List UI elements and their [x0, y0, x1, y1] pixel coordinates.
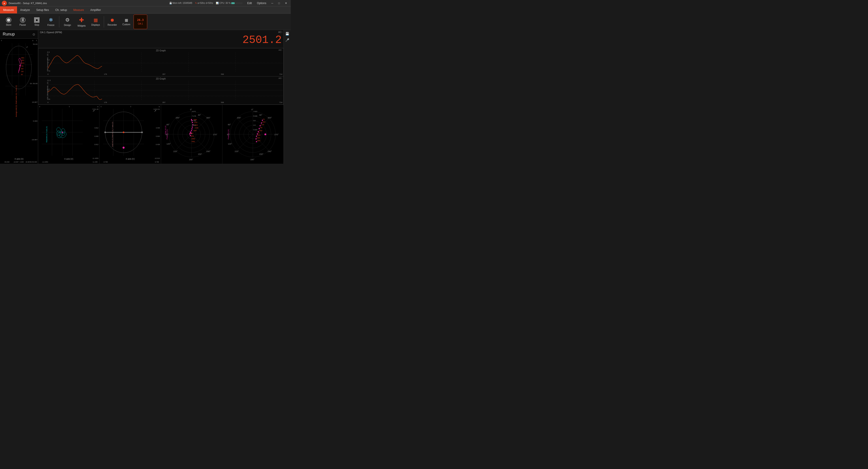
orbit1-x-axis-label: X axis (V) [14, 158, 23, 160]
design-icon: ⚙ [65, 17, 70, 23]
svg-text:210°: 210° [235, 150, 239, 152]
svg-text:180°: 180° [250, 158, 255, 161]
svg-text:210°: 210° [173, 150, 178, 152]
pause-label: Pause [20, 24, 26, 26]
pause-button[interactable]: ⏸ Pause [16, 14, 30, 29]
svg-text:↗: ↗ [26, 46, 28, 49]
orbit1-y-mid1: 33 -50.00 [30, 83, 37, 85]
orbit1-x-mid: -16.667 [13, 161, 19, 163]
sidebar-mic-icon[interactable]: 🎤 [284, 37, 290, 43]
chart2-title: 2D Graph [156, 78, 165, 80]
orbit1-x-right: 33.50.000 [30, 161, 37, 163]
left-panel: Runup ⊙ Y T X Average orbit (V), Shaft c… [0, 30, 38, 164]
options-button[interactable]: Options [255, 1, 268, 5]
mem-info: 💾 Mem left: 15085MB [169, 2, 192, 4]
orbit1-svg: 2501 1597 1053 701 457 226 83 ↗ [4, 43, 37, 95]
freeze-icon: ❄ [49, 17, 53, 23]
orbit1-y-mid3: 0.000 [33, 120, 37, 122]
app-logo: ▲ [2, 1, 7, 6]
menu-amplifier[interactable]: Amplifier [87, 6, 104, 13]
svg-text:701: 701 [21, 65, 24, 67]
svg-text:1.9: 1.9 [253, 124, 255, 126]
svg-text:226: 226 [21, 71, 24, 72]
speed-act-indicator: AC↑ [278, 31, 283, 33]
svg-text:180°: 180° [189, 158, 193, 161]
chart2-svg [48, 81, 282, 100]
svg-text:150°: 150° [198, 153, 202, 155]
orbit3-panel: Y T X Orbit H3 (V) Orbit H2 (V), Y axis … [99, 105, 161, 164]
svg-text:330°: 330° [237, 117, 241, 119]
polar1-y-label: Polar H1 (V) [166, 129, 168, 139]
top-charts: 2D Graph AC↑ OA 1/Average orbit... (V) 3… [38, 48, 283, 77]
stop-button[interactable]: ■ Stop [30, 14, 43, 29]
collapse-button[interactable]: ⊙ [32, 32, 35, 36]
menu-measure-orange[interactable]: Measure [70, 6, 87, 13]
svg-text:1940: 1940 [194, 124, 198, 126]
svg-text:7.623: 7.623 [253, 111, 257, 112]
svg-text:9.571: 9.571 [192, 111, 196, 112]
svg-text:60°: 60° [166, 123, 170, 126]
menu-setup-files[interactable]: Setup files [33, 6, 52, 13]
orbit1-y-mid2: 16.667 [32, 101, 37, 103]
svg-text:2501: 2501 [257, 140, 260, 141]
widgets-button[interactable]: ✚ Widgets [75, 14, 88, 29]
svg-text:2501: 2501 [191, 141, 195, 142]
chart1-act: AC↑ [279, 49, 282, 51]
raworbit-t-corner: T [69, 106, 70, 108]
menu-measure-main[interactable]: Measure [0, 6, 17, 13]
orbit3-y-mid3: -3.438 [155, 144, 160, 145]
raworbit-x-corner: X [97, 106, 98, 108]
stop-label: Stop [34, 24, 39, 26]
svg-text:30°: 30° [259, 114, 262, 116]
widgets-label: Widgets [78, 25, 86, 27]
svg-text:2300: 2300 [257, 134, 260, 136]
chart1-title: 2D Graph [156, 49, 165, 52]
svg-point-124 [265, 134, 266, 135]
maximize-button[interactable]: □ [276, 1, 282, 5]
svg-text:2501: 2501 [21, 57, 25, 59]
orbit3-x-corner: X [159, 106, 160, 108]
pause-icon: ⏸ [20, 17, 26, 23]
menu-analyze[interactable]: Analyze [17, 6, 33, 13]
menu-ch-setup[interactable]: Ch. setup [52, 6, 70, 13]
raworbit-y-bot: -11.4353 [92, 157, 99, 159]
svg-text:2400: 2400 [191, 138, 195, 140]
svg-text:1597: 1597 [21, 60, 25, 61]
minimize-button[interactable]: ─ [270, 1, 275, 5]
polar2-y-label: Polar H1 (V) [227, 129, 229, 139]
svg-text:7.178: 7.178 [192, 115, 196, 117]
window-controls: Edit Options ─ □ ✕ [245, 1, 289, 5]
displays-button[interactable]: ▦ Displays [89, 14, 102, 29]
polar2-panel: 0° 270° 180° 90° 300° 330° 240° 210° 30°… [222, 105, 283, 164]
raworbit-arrow: ↗ [92, 109, 95, 113]
edit-button[interactable]: Edit [245, 1, 254, 5]
oa1-icon: 26.3 [137, 19, 144, 22]
stop-icon: ■ [34, 17, 39, 23]
orbit1-x-center: 0.000 [20, 161, 24, 163]
titlebar: ▲ DewesoftX - Setup: KT_KMA1.dxs 💾 Mem l… [0, 0, 291, 6]
store-button[interactable]: ⏺ Store [2, 14, 16, 29]
close-button[interactable]: ✕ [283, 1, 289, 5]
svg-text:60°: 60° [228, 123, 231, 126]
orbit1-t-label: T [36, 39, 37, 41]
toolbar-separator-1 [59, 16, 59, 28]
svg-point-71 [192, 122, 193, 123]
orbit3-x-left: -6.789 [103, 161, 108, 163]
oa1-button[interactable]: 26.3 OA 1 [133, 14, 147, 29]
raworbit-y-corner: Y [39, 106, 40, 108]
custom-button[interactable]: ▦ Custom [120, 14, 133, 29]
svg-text:0°: 0° [190, 109, 192, 111]
polar2-content: 0° 270° 180° 90° 300° 330° 240° 210° 30°… [222, 105, 283, 164]
sidebar-save-icon[interactable]: 💾 [284, 31, 290, 36]
menubar: Measure Analyze Setup files Ch. setup Me… [0, 6, 291, 13]
svg-text:240°: 240° [206, 150, 211, 152]
toolbar-separator-2 [104, 16, 104, 28]
design-button[interactable]: ⚙ Design [61, 14, 74, 29]
runup-header: Runup ⊙ [0, 30, 38, 39]
recorder-button[interactable]: ⏺ Recorder [105, 14, 119, 29]
orbit3-t-corner: T [130, 106, 131, 108]
freeze-button[interactable]: ❄ Freeze [44, 14, 58, 29]
svg-text:300°: 300° [268, 117, 272, 119]
chart2-act: AC↑ [279, 77, 282, 79]
displays-label: Displays [91, 24, 100, 26]
